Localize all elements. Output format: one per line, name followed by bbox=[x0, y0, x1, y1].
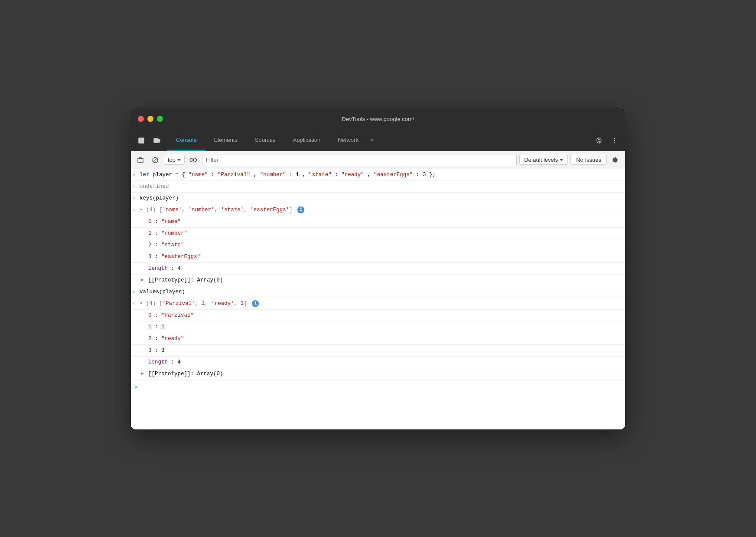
console-row-8: 3 : "easterEggs" bbox=[131, 251, 625, 263]
console-row-5: 0 : "name" bbox=[131, 216, 625, 228]
console-row-9: length : 4 bbox=[131, 263, 625, 275]
tab-application[interactable]: Application bbox=[284, 130, 329, 151]
block-icon-button[interactable] bbox=[149, 154, 161, 166]
expand-arrow-3[interactable]: › bbox=[133, 194, 140, 203]
context-selector[interactable]: top bbox=[164, 155, 185, 165]
console-row-18: ▶ [[Prototype]]: Array(0) bbox=[131, 368, 625, 380]
chevron-down-icon bbox=[177, 159, 181, 161]
traffic-lights bbox=[138, 116, 163, 122]
devtools-window: DevTools - www.google.com/ Console bbox=[131, 108, 625, 429]
console-row-4: ‹ ▾ (4) ['name', 'number', 'state', 'eas… bbox=[131, 204, 625, 216]
eye-icon-button[interactable] bbox=[187, 154, 199, 166]
proto-arrow-2[interactable]: ▶ bbox=[141, 370, 144, 377]
tab-bar-right bbox=[592, 134, 622, 147]
output-arrow-2: ‹ bbox=[133, 182, 140, 191]
no-issues-button[interactable]: No Issues bbox=[570, 155, 607, 165]
tab-bar-icons bbox=[134, 134, 164, 147]
console-row-12: ‹ ▾ (4) ['Parzival', 1, 'ready', 3] i bbox=[131, 298, 625, 310]
console-line-13: 0 : "Parzival" bbox=[148, 311, 622, 320]
console-row-1: › let player = { "name" : "Parzival" , "… bbox=[131, 169, 625, 181]
expand-arrow-1[interactable]: › bbox=[133, 170, 140, 179]
settings-gear-icon-button[interactable] bbox=[592, 134, 606, 147]
proto-arrow-1[interactable]: ▶ bbox=[141, 277, 144, 284]
device-toolbar-icon-button[interactable] bbox=[150, 134, 164, 147]
svg-rect-2 bbox=[158, 139, 160, 142]
toolbar: top Default levels No Issues bbox=[131, 151, 625, 169]
console-prompt: > bbox=[134, 383, 138, 392]
tab-more[interactable]: » bbox=[367, 130, 377, 151]
inspector-icon-button[interactable] bbox=[134, 134, 148, 147]
console-line-8: 3 : "easterEggs" bbox=[148, 252, 622, 261]
tab-elements[interactable]: Elements bbox=[205, 130, 246, 151]
console-line-12: ▾ (4) ['Parzival', 1, 'ready', 3] i bbox=[140, 299, 622, 308]
console-row-16: 3 : 3 bbox=[131, 345, 625, 357]
console-line-7: 2 : "state" bbox=[148, 241, 622, 249]
console-line-3: keys(player) bbox=[140, 194, 622, 203]
console-line-11: values(player) bbox=[140, 288, 622, 296]
svg-point-3 bbox=[614, 138, 615, 138]
svg-rect-0 bbox=[139, 138, 144, 143]
console-row-3: › keys(player) bbox=[131, 193, 625, 204]
default-levels-button[interactable]: Default levels bbox=[519, 155, 568, 165]
console-line-15: 2 : "ready" bbox=[148, 334, 622, 343]
console-line-10: [[Prototype]]: Array(0) bbox=[148, 276, 622, 285]
svg-rect-1 bbox=[154, 138, 158, 143]
more-options-icon-button[interactable] bbox=[608, 134, 622, 147]
levels-label: Default levels bbox=[524, 157, 558, 163]
svg-point-9 bbox=[192, 159, 195, 161]
title-bar: DevTools - www.google.com/ bbox=[131, 108, 625, 130]
console-row-15: 2 : "ready" bbox=[131, 333, 625, 345]
console-row-11: › values(player) bbox=[131, 286, 625, 298]
info-badge-2[interactable]: i bbox=[252, 300, 259, 307]
context-label: top bbox=[168, 157, 176, 163]
tabs: Console Elements Sources Application Net… bbox=[167, 130, 377, 151]
output-arrow-12: ‹ bbox=[133, 299, 140, 308]
console-line-9: length : 4 bbox=[148, 264, 622, 273]
tab-bar: Console Elements Sources Application Net… bbox=[131, 130, 625, 151]
levels-chevron-icon bbox=[560, 159, 563, 161]
expand-arrow-11[interactable]: › bbox=[133, 288, 140, 296]
svg-point-4 bbox=[614, 140, 615, 141]
maximize-button[interactable] bbox=[157, 116, 163, 122]
console-input-row: > bbox=[131, 380, 625, 395]
window-title: DevTools - www.google.com/ bbox=[342, 116, 414, 122]
svg-rect-6 bbox=[138, 158, 143, 163]
console-input[interactable] bbox=[141, 384, 622, 391]
collapse-triangle[interactable]: ▾ bbox=[140, 207, 143, 213]
console-row-17: length : 4 bbox=[131, 357, 625, 368]
tab-network[interactable]: Network bbox=[329, 130, 367, 151]
tab-sources[interactable]: Sources bbox=[246, 130, 284, 151]
info-badge[interactable]: i bbox=[297, 206, 304, 213]
console-row-6: 1 : "number" bbox=[131, 228, 625, 239]
close-button[interactable] bbox=[138, 116, 144, 122]
console-row-10: ▶ [[Prototype]]: Array(0) bbox=[131, 275, 625, 286]
console-row-7: 2 : "state" bbox=[131, 239, 625, 251]
minimize-button[interactable] bbox=[147, 116, 153, 122]
console-content: › let player = { "name" : "Parzival" , "… bbox=[131, 169, 625, 429]
console-row-14: 1 : 1 bbox=[131, 321, 625, 333]
output-arrow-4: ‹ bbox=[133, 206, 140, 214]
console-line-18: [[Prototype]]: Array(0) bbox=[148, 370, 622, 378]
console-line-4: ▾ (4) ['name', 'number', 'state', 'easte… bbox=[140, 206, 622, 214]
console-line-2: undefined bbox=[140, 182, 622, 191]
collapse-triangle-2[interactable]: ▾ bbox=[140, 301, 143, 307]
console-line-5: 0 : "name" bbox=[148, 217, 622, 226]
no-issues-label: No Issues bbox=[576, 157, 601, 163]
filter-input[interactable] bbox=[202, 154, 517, 166]
console-row-2: ‹ undefined bbox=[131, 181, 625, 193]
tab-console[interactable]: Console bbox=[167, 130, 205, 151]
console-line-1: let player = { "name" : "Parzival" , "nu… bbox=[140, 170, 622, 179]
console-line-16: 3 : 3 bbox=[148, 346, 622, 355]
clear-console-button[interactable] bbox=[134, 154, 147, 166]
console-line-17: length : 4 bbox=[148, 358, 622, 367]
console-settings-button[interactable] bbox=[609, 154, 622, 166]
console-line-14: 1 : 1 bbox=[148, 323, 622, 331]
console-row-13: 0 : "Parzival" bbox=[131, 310, 625, 321]
svg-point-5 bbox=[614, 142, 615, 143]
console-line-6: 1 : "number" bbox=[148, 229, 622, 238]
